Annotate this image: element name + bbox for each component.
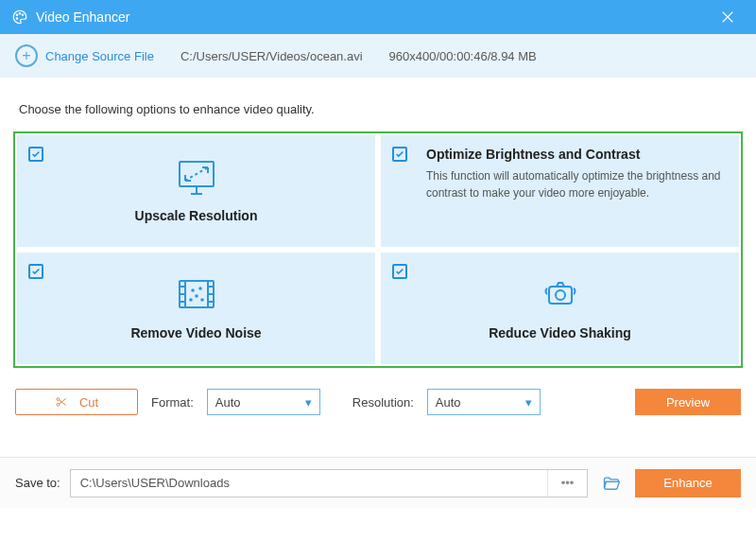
svg-rect-11	[549, 287, 572, 304]
svg-point-0	[16, 14, 18, 16]
option-optimize[interactable]: Optimize Brightness and Contrast This fu…	[381, 135, 739, 247]
save-row: Save to: ••• Enhance	[0, 457, 756, 508]
open-folder-button[interactable]	[597, 469, 626, 497]
info-bar: + Change Source File C:/Users/USER/Video…	[0, 34, 756, 78]
source-meta: 960x400/00:00:46/8.94 MB	[389, 49, 537, 63]
option-shake-title: Reduce Video Shaking	[489, 325, 631, 340]
svg-point-2	[22, 14, 24, 16]
option-optimize-title: Optimize Brightness and Contrast	[426, 147, 722, 162]
option-optimize-desc: This function will automatically optimiz…	[426, 167, 722, 201]
folder-open-icon	[602, 474, 621, 493]
option-noise[interactable]: Remove Video Noise	[17, 253, 375, 364]
svg-point-8	[196, 295, 198, 297]
chevron-down-icon: ▾	[305, 395, 312, 410]
cut-button[interactable]: Cut	[15, 389, 138, 415]
checkbox-noise[interactable]	[28, 264, 43, 279]
source-path: C:/Users/USER/Videos/ocean.avi	[180, 49, 363, 63]
resolution-value: Auto	[436, 395, 461, 410]
controls-row: Cut Format: Auto ▾ Resolution: Auto ▾ Pr…	[0, 368, 756, 440]
resolution-select[interactable]: Auto ▾	[427, 389, 541, 415]
cut-label: Cut	[79, 395, 98, 410]
checkbox-upscale[interactable]	[28, 147, 43, 162]
filmstrip-icon	[173, 274, 220, 314]
scissors-icon	[55, 395, 68, 409]
change-source-label: Change Source File	[45, 49, 154, 63]
svg-point-9	[201, 299, 203, 301]
resolution-label: Resolution:	[352, 395, 414, 410]
svg-point-12	[556, 290, 565, 300]
browse-button[interactable]: •••	[547, 470, 587, 497]
svg-point-10	[190, 299, 192, 301]
checkbox-optimize[interactable]	[392, 147, 407, 162]
option-shake[interactable]: Reduce Video Shaking	[381, 253, 739, 364]
camera-shake-icon	[537, 274, 584, 314]
svg-point-1	[19, 13, 21, 15]
app-title: Video Enhancer	[36, 9, 711, 25]
chevron-down-icon: ▾	[525, 395, 532, 410]
save-path-group: •••	[70, 469, 588, 497]
option-upscale[interactable]: Upscale Resolution	[17, 135, 375, 247]
format-label: Format:	[151, 395, 194, 410]
checkbox-shake[interactable]	[392, 264, 407, 279]
save-to-label: Save to:	[15, 476, 60, 490]
option-upscale-title: Upscale Resolution	[135, 208, 258, 223]
ellipsis-icon: •••	[561, 476, 575, 490]
options-grid: Upscale Resolution Optimize Brightness a…	[13, 131, 743, 368]
close-icon	[719, 9, 736, 26]
monitor-expand-icon	[173, 157, 220, 197]
svg-point-13	[57, 398, 60, 401]
change-source-button[interactable]: + Change Source File	[15, 44, 154, 67]
plus-circle-icon: +	[15, 44, 38, 67]
save-path-input[interactable]	[71, 470, 547, 497]
titlebar: Video Enhancer	[0, 0, 756, 34]
enhance-button[interactable]: Enhance	[635, 469, 741, 497]
instruction-text: Choose the following options to enhance …	[0, 78, 756, 131]
format-value: Auto	[215, 395, 241, 410]
close-button[interactable]	[711, 0, 745, 34]
format-select[interactable]: Auto ▾	[207, 389, 320, 415]
svg-point-14	[57, 403, 60, 406]
app-palette-icon	[11, 9, 28, 26]
preview-button[interactable]: Preview	[635, 389, 741, 415]
option-noise-title: Remove Video Noise	[130, 325, 261, 340]
svg-point-7	[199, 288, 201, 289]
svg-point-3	[16, 18, 18, 20]
svg-point-6	[192, 289, 194, 291]
